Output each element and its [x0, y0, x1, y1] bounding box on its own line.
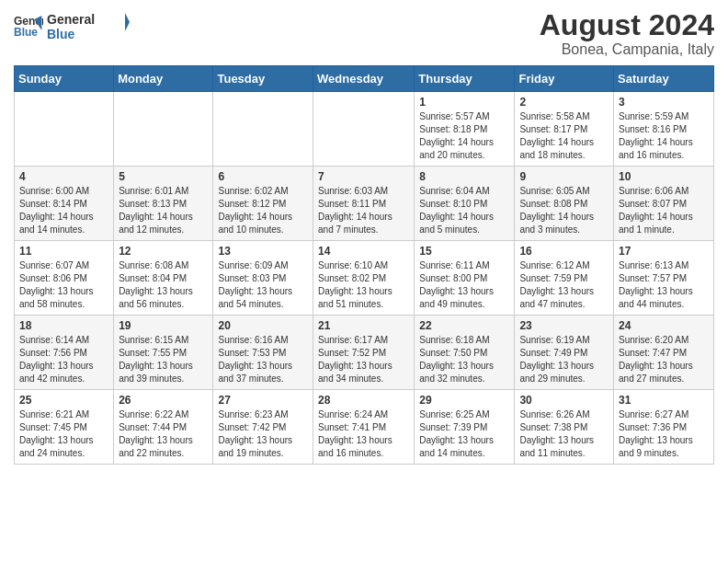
day-info: Sunrise: 6:17 AM Sunset: 7:52 PM Dayligh…	[318, 334, 409, 385]
calendar-cell: 17Sunrise: 6:13 AM Sunset: 7:57 PM Dayli…	[614, 241, 714, 316]
calendar-cell: 22Sunrise: 6:18 AM Sunset: 7:50 PM Dayli…	[415, 316, 515, 390]
header-thursday: Thursday	[415, 66, 515, 92]
day-number: 12	[119, 245, 208, 258]
day-number: 10	[619, 170, 709, 183]
day-info: Sunrise: 6:19 AM Sunset: 7:49 PM Dayligh…	[519, 334, 609, 385]
header-friday: Friday	[515, 66, 614, 92]
day-info: Sunrise: 6:16 AM Sunset: 7:53 PM Dayligh…	[218, 334, 308, 385]
calendar-cell: 16Sunrise: 6:12 AM Sunset: 7:59 PM Dayli…	[515, 241, 614, 316]
day-number: 5	[119, 170, 208, 183]
day-number: 4	[19, 170, 108, 183]
day-number: 23	[519, 319, 609, 332]
page: General Blue General Blue August 2024 Bo…	[0, 0, 728, 474]
day-info: Sunrise: 6:04 AM Sunset: 8:10 PM Dayligh…	[419, 185, 509, 236]
week-row-5: 25Sunrise: 6:21 AM Sunset: 7:45 PM Dayli…	[15, 390, 714, 465]
day-number: 19	[119, 319, 208, 332]
day-info: Sunrise: 6:18 AM Sunset: 7:50 PM Dayligh…	[419, 334, 509, 385]
day-info: Sunrise: 6:22 AM Sunset: 7:44 PM Dayligh…	[119, 408, 208, 460]
day-info: Sunrise: 6:00 AM Sunset: 8:14 PM Dayligh…	[19, 185, 108, 236]
calendar-cell: 13Sunrise: 6:09 AM Sunset: 8:03 PM Dayli…	[213, 241, 313, 316]
day-info: Sunrise: 6:12 AM Sunset: 7:59 PM Dayligh…	[519, 259, 609, 311]
week-row-3: 11Sunrise: 6:07 AM Sunset: 8:06 PM Dayli…	[15, 241, 714, 316]
weekday-header-row: Sunday Monday Tuesday Wednesday Thursday…	[15, 66, 714, 92]
calendar-cell: 12Sunrise: 6:08 AM Sunset: 8:04 PM Dayli…	[114, 241, 213, 316]
day-number: 8	[419, 170, 509, 183]
calendar-cell: 24Sunrise: 6:20 AM Sunset: 7:47 PM Dayli…	[614, 316, 714, 390]
day-info: Sunrise: 5:58 AM Sunset: 8:17 PM Dayligh…	[519, 110, 609, 162]
calendar-cell: 26Sunrise: 6:22 AM Sunset: 7:44 PM Dayli…	[114, 390, 213, 465]
calendar-cell: 10Sunrise: 6:06 AM Sunset: 8:07 PM Dayli…	[614, 167, 714, 241]
week-row-4: 18Sunrise: 6:14 AM Sunset: 7:56 PM Dayli…	[15, 316, 714, 390]
day-number: 2	[519, 96, 609, 109]
calendar-cell: 11Sunrise: 6:07 AM Sunset: 8:06 PM Dayli…	[15, 241, 114, 316]
day-info: Sunrise: 6:26 AM Sunset: 7:38 PM Dayligh…	[519, 408, 609, 460]
day-number: 20	[218, 319, 308, 332]
day-number: 21	[318, 319, 409, 332]
calendar-cell: 18Sunrise: 6:14 AM Sunset: 7:56 PM Dayli…	[15, 316, 114, 390]
day-info: Sunrise: 5:57 AM Sunset: 8:18 PM Dayligh…	[419, 110, 509, 162]
day-number: 30	[519, 394, 609, 407]
logo: General Blue General Blue	[14, 9, 130, 44]
day-info: Sunrise: 6:01 AM Sunset: 8:13 PM Dayligh…	[119, 185, 208, 236]
page-subtitle: Bonea, Campania, Italy	[540, 41, 714, 58]
calendar-cell: 3Sunrise: 5:59 AM Sunset: 8:16 PM Daylig…	[614, 92, 714, 167]
svg-text:Blue: Blue	[47, 27, 75, 41]
calendar-cell: 31Sunrise: 6:27 AM Sunset: 7:36 PM Dayli…	[614, 390, 714, 465]
header-wednesday: Wednesday	[313, 66, 415, 92]
header-saturday: Saturday	[614, 66, 714, 92]
day-info: Sunrise: 6:24 AM Sunset: 7:41 PM Dayligh…	[318, 408, 409, 460]
calendar-cell	[114, 92, 213, 167]
day-number: 3	[619, 96, 709, 109]
day-info: Sunrise: 6:15 AM Sunset: 7:55 PM Dayligh…	[119, 334, 208, 385]
page-title: August 2024	[540, 9, 714, 41]
calendar-cell: 25Sunrise: 6:21 AM Sunset: 7:45 PM Dayli…	[15, 390, 114, 465]
calendar-cell: 15Sunrise: 6:11 AM Sunset: 8:00 PM Dayli…	[415, 241, 515, 316]
day-info: Sunrise: 6:20 AM Sunset: 7:47 PM Dayligh…	[619, 334, 709, 385]
day-number: 31	[619, 394, 709, 407]
calendar-cell: 28Sunrise: 6:24 AM Sunset: 7:41 PM Dayli…	[313, 390, 415, 465]
day-info: Sunrise: 6:06 AM Sunset: 8:07 PM Dayligh…	[619, 185, 709, 236]
day-number: 16	[519, 245, 609, 258]
day-number: 6	[218, 170, 308, 183]
calendar-cell: 19Sunrise: 6:15 AM Sunset: 7:55 PM Dayli…	[114, 316, 213, 390]
week-row-1: 1Sunrise: 5:57 AM Sunset: 8:18 PM Daylig…	[15, 92, 714, 167]
week-row-2: 4Sunrise: 6:00 AM Sunset: 8:14 PM Daylig…	[15, 167, 714, 241]
header-tuesday: Tuesday	[213, 66, 313, 92]
calendar-cell	[15, 92, 114, 167]
day-number: 29	[419, 394, 509, 407]
day-info: Sunrise: 6:14 AM Sunset: 7:56 PM Dayligh…	[19, 334, 108, 385]
day-info: Sunrise: 6:25 AM Sunset: 7:39 PM Dayligh…	[419, 408, 509, 460]
calendar-cell: 14Sunrise: 6:10 AM Sunset: 8:02 PM Dayli…	[313, 241, 415, 316]
calendar-cell: 8Sunrise: 6:04 AM Sunset: 8:10 PM Daylig…	[415, 167, 515, 241]
day-number: 9	[519, 170, 609, 183]
calendar-cell	[313, 92, 415, 167]
day-info: Sunrise: 6:03 AM Sunset: 8:11 PM Dayligh…	[318, 185, 409, 236]
calendar-cell: 27Sunrise: 6:23 AM Sunset: 7:42 PM Dayli…	[213, 390, 313, 465]
svg-marker-5	[125, 13, 130, 31]
title-block: August 2024 Bonea, Campania, Italy	[540, 9, 714, 58]
day-number: 14	[318, 245, 409, 258]
day-info: Sunrise: 6:07 AM Sunset: 8:06 PM Dayligh…	[19, 259, 108, 311]
day-number: 17	[619, 245, 709, 258]
day-number: 25	[19, 394, 108, 407]
calendar-cell: 2Sunrise: 5:58 AM Sunset: 8:17 PM Daylig…	[515, 92, 614, 167]
day-info: Sunrise: 5:59 AM Sunset: 8:16 PM Dayligh…	[619, 110, 709, 162]
day-number: 7	[318, 170, 409, 183]
svg-text:General: General	[47, 12, 95, 27]
day-number: 15	[419, 245, 509, 258]
calendar: Sunday Monday Tuesday Wednesday Thursday…	[14, 65, 714, 465]
day-number: 28	[318, 394, 409, 407]
day-info: Sunrise: 6:27 AM Sunset: 7:36 PM Dayligh…	[619, 408, 709, 460]
day-info: Sunrise: 6:05 AM Sunset: 8:08 PM Dayligh…	[519, 185, 609, 236]
day-info: Sunrise: 6:23 AM Sunset: 7:42 PM Dayligh…	[218, 408, 308, 460]
calendar-cell: 6Sunrise: 6:02 AM Sunset: 8:12 PM Daylig…	[213, 167, 313, 241]
day-number: 1	[419, 96, 509, 109]
day-number: 26	[119, 394, 208, 407]
header-monday: Monday	[114, 66, 213, 92]
calendar-cell: 21Sunrise: 6:17 AM Sunset: 7:52 PM Dayli…	[313, 316, 415, 390]
calendar-cell: 30Sunrise: 6:26 AM Sunset: 7:38 PM Dayli…	[515, 390, 614, 465]
day-info: Sunrise: 6:08 AM Sunset: 8:04 PM Dayligh…	[119, 259, 208, 311]
day-number: 18	[19, 319, 108, 332]
day-info: Sunrise: 6:13 AM Sunset: 7:57 PM Dayligh…	[619, 259, 709, 311]
day-info: Sunrise: 6:02 AM Sunset: 8:12 PM Dayligh…	[218, 185, 308, 236]
